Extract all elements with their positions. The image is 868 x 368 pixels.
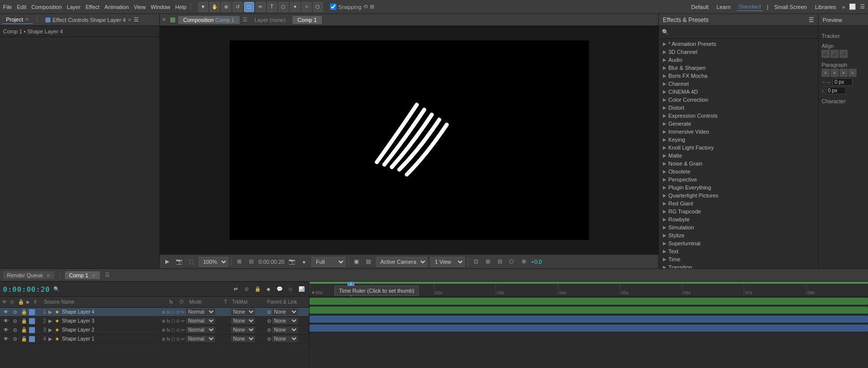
snapping-icon2[interactable]: ⊞ xyxy=(370,3,374,10)
tl-keyframe-btn[interactable]: ◇ xyxy=(286,285,295,294)
lc-effect-icon[interactable]: fx xyxy=(167,319,170,324)
workspace-default[interactable]: Default xyxy=(689,3,711,11)
warp-tool[interactable]: ⬡ xyxy=(313,2,323,12)
lc-pencil-icon[interactable]: ✏ xyxy=(181,310,185,315)
lc-mask-icon[interactable]: ⊕ xyxy=(162,337,166,342)
effects-search[interactable]: 🔍 xyxy=(659,26,818,39)
tl-comment-btn[interactable]: 💬 xyxy=(275,285,284,294)
viewer-toggle-alpha[interactable]: ▣ xyxy=(352,257,361,266)
menu-file[interactable]: File xyxy=(3,4,12,10)
value-input-1[interactable] xyxy=(833,78,853,86)
trkmat-select[interactable]: None xyxy=(231,327,255,333)
layer-eye-icon[interactable]: 👁 xyxy=(2,309,10,315)
zoom-select[interactable]: 100% 50% 200% xyxy=(199,257,228,267)
viewer-color-btn[interactable]: ● xyxy=(299,257,308,266)
layer-eye-icon[interactable]: 👁 xyxy=(2,336,10,342)
effect-simulation[interactable]: ▶ Simulation xyxy=(659,223,818,231)
effect-channel[interactable]: ▶ Channel xyxy=(659,80,818,88)
workspace-standard[interactable]: Standard xyxy=(737,2,763,11)
hand-tool[interactable]: ✋ xyxy=(210,2,220,12)
lc-mask-icon[interactable]: ⊕ xyxy=(162,310,166,315)
workspace-learn[interactable]: Learn xyxy=(715,3,733,11)
effect-tab-menu[interactable]: ☰ xyxy=(134,16,139,23)
effect-rg-trapcode[interactable]: ▶ RG Trapcode xyxy=(659,207,818,215)
lc-3d-icon[interactable]: ⬡ xyxy=(171,337,175,342)
effect-knoll[interactable]: ▶ Knoll Light Factory xyxy=(659,144,818,152)
effect-distort[interactable]: ▶ Distort xyxy=(659,104,818,112)
mode-select[interactable]: Normal xyxy=(186,318,215,324)
tl-xfer-btn[interactable]: ⇄ xyxy=(231,285,240,294)
value-input-2[interactable] xyxy=(826,87,846,94)
layer-collapse-icon[interactable]: ▶ xyxy=(47,318,54,324)
layer-row[interactable]: 👁 ⊙ 🔒 2 ▶ ★ Shape Layer 3 ⊕ fx ⬡ ⊙ xyxy=(0,317,309,326)
workspace-options[interactable]: ☰ xyxy=(860,3,865,10)
effects-search-input[interactable] xyxy=(671,29,815,35)
effect-text[interactable]: ▶ Text xyxy=(659,247,818,255)
text-tool[interactable]: T xyxy=(267,2,277,12)
effect-matte[interactable]: ▶ Matte xyxy=(659,152,818,160)
viewer-grid-btn[interactable]: ⊞ xyxy=(235,257,244,266)
camera-select[interactable]: Active Camera xyxy=(376,257,427,267)
parent-select[interactable]: None xyxy=(272,336,298,342)
comp1-close[interactable]: ✕ xyxy=(92,273,96,278)
rotate-tool[interactable]: ↺ xyxy=(233,2,243,12)
layer-solo-icon[interactable]: ⊙ xyxy=(11,318,19,324)
layer-lock-icon[interactable]: 🔒 xyxy=(20,336,28,342)
trkmat-select[interactable]: None xyxy=(231,336,255,342)
tl-menu-icon[interactable]: ☰ xyxy=(105,272,110,278)
layer-row[interactable]: 👁 ⊙ 🔒 1 ▶ ★ Shape Layer 4 ⊕ fx ⬡ ⊙ xyxy=(0,308,309,317)
effect-perspective[interactable]: ▶ Perspective xyxy=(659,176,818,184)
layer-eye-icon[interactable]: 👁 xyxy=(2,318,10,324)
active-comp-tab[interactable]: Comp 1 xyxy=(292,16,322,24)
lc-motion-icon[interactable]: ⊙ xyxy=(176,328,180,333)
menu-help[interactable]: Help xyxy=(175,4,187,10)
effect-keying[interactable]: ▶ Keying xyxy=(659,136,818,144)
views-select[interactable]: 1 View 2 Views xyxy=(430,257,465,267)
align-center-btn[interactable]: ⬛ xyxy=(831,50,839,58)
menu-layer[interactable]: Layer xyxy=(67,4,81,10)
lc-3d-icon[interactable]: ⬡ xyxy=(171,310,175,315)
effects-menu-icon[interactable]: ☰ xyxy=(809,16,814,23)
effect-time[interactable]: ▶ Time xyxy=(659,255,818,263)
project-content[interactable] xyxy=(0,37,159,268)
layer-lock-icon[interactable]: 🔒 xyxy=(20,327,28,333)
render-queue-tab[interactable]: Render Queue ✕ xyxy=(3,271,54,279)
pen-tool[interactable]: ✏ xyxy=(256,2,266,12)
lc-pencil-icon[interactable]: ✏ xyxy=(181,337,185,342)
layer-lock-icon[interactable]: 🔒 xyxy=(20,318,28,324)
align-right-btn[interactable]: ⬛ xyxy=(840,50,848,58)
effect-audio[interactable]: ▶ Audio xyxy=(659,56,818,64)
lc-motion-icon[interactable]: ⊙ xyxy=(176,310,180,315)
layer-collapse-icon[interactable]: ▶ xyxy=(47,309,54,315)
viewer-camera-icon[interactable]: 📷 xyxy=(288,257,296,266)
lc-mask-icon[interactable]: ⊕ xyxy=(162,328,166,333)
workspace-more[interactable]: » xyxy=(842,4,845,10)
mode-select[interactable]: Normal xyxy=(186,336,215,342)
effect-blur-sharpen[interactable]: ▶ Blur & Sharpen xyxy=(659,64,818,72)
menu-window[interactable]: Window xyxy=(151,4,170,10)
project-tab-close[interactable]: ✕ xyxy=(25,17,29,22)
rq-close[interactable]: ✕ xyxy=(46,273,50,278)
lc-pencil-icon[interactable]: ✏ xyxy=(181,328,185,333)
layer-collapse-icon[interactable]: ▶ xyxy=(47,327,54,333)
lc-motion-icon[interactable]: ⊙ xyxy=(176,319,180,324)
tl-solo-btn[interactable]: ⊙ xyxy=(242,285,251,294)
lc-pencil-icon[interactable]: ✏ xyxy=(181,319,185,324)
layer-eye-icon[interactable]: 👁 xyxy=(2,327,10,333)
viewer-toggle-rgb[interactable]: ▤ xyxy=(364,257,373,266)
lc-mask-icon[interactable]: ⊕ xyxy=(162,319,166,324)
lc-3d-icon[interactable]: ⬡ xyxy=(171,328,175,333)
effect-obsolete[interactable]: ▶ Obsolete xyxy=(659,168,818,176)
shape-tool[interactable]: ◻ xyxy=(244,2,254,12)
effect-color-correction[interactable]: ▶ Color Correction xyxy=(659,96,818,104)
light-tool[interactable]: ✦ xyxy=(290,2,300,12)
menu-edit[interactable]: Edit xyxy=(17,4,26,10)
zoom-tool[interactable]: ⊕ xyxy=(221,2,231,12)
layer-solo-icon[interactable]: ⊙ xyxy=(11,309,19,315)
parent-select[interactable]: None xyxy=(272,309,298,315)
effect-plugin-everything[interactable]: ▶ Plugin Everything xyxy=(659,184,818,191)
menu-animation[interactable]: Animation xyxy=(104,4,129,10)
effect-superluminal[interactable]: ▶ Superluminal xyxy=(659,239,818,247)
viewer-3d-btn[interactable]: ⬡ xyxy=(507,257,516,266)
viewer-trans-btn[interactable]: ⊕ xyxy=(519,257,528,266)
